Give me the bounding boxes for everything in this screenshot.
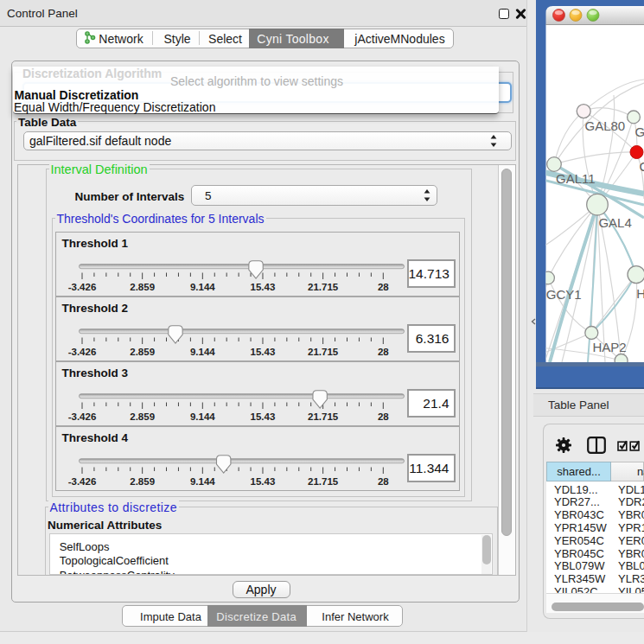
svg-text:9.144: 9.144 — [189, 476, 214, 487]
svg-text:-3.426: -3.426 — [67, 282, 96, 292]
svg-text:15.43: 15.43 — [250, 411, 275, 422]
svg-text:-3.426: -3.426 — [67, 411, 96, 422]
svg-text:GAL11: GAL11 — [556, 171, 596, 186]
svg-text:H: H — [636, 286, 644, 301]
svg-text:28: 28 — [377, 476, 388, 487]
svg-text:GCY1: GCY1 — [546, 287, 582, 302]
svg-text:21.715: 21.715 — [308, 411, 339, 422]
svg-text:-3.426: -3.426 — [67, 476, 96, 487]
svg-text:9.144: 9.144 — [189, 347, 214, 357]
svg-text:28: 28 — [377, 282, 388, 292]
svg-text:15.43: 15.43 — [250, 347, 275, 357]
svg-text:15.43: 15.43 — [250, 476, 275, 487]
svg-text:GAL4: GAL4 — [598, 215, 631, 230]
svg-text:2.859: 2.859 — [130, 347, 155, 357]
svg-text:21.715: 21.715 — [308, 476, 339, 487]
svg-text:2.859: 2.859 — [130, 411, 155, 422]
svg-text:HAP2: HAP2 — [593, 340, 627, 354]
svg-text:21.715: 21.715 — [308, 347, 339, 357]
svg-text:C: C — [640, 159, 644, 174]
svg-text:2.859: 2.859 — [130, 282, 155, 292]
svg-text:15.43: 15.43 — [250, 282, 275, 292]
svg-text:2.859: 2.859 — [130, 476, 155, 487]
svg-text:21.715: 21.715 — [308, 282, 339, 292]
svg-text:GAL80: GAL80 — [585, 118, 626, 133]
svg-text:9.144: 9.144 — [189, 411, 214, 422]
svg-text:9.144: 9.144 — [189, 282, 214, 292]
svg-text:GAL: GAL — [635, 124, 644, 139]
svg-text:28: 28 — [377, 347, 388, 357]
svg-text:28: 28 — [377, 411, 388, 422]
svg-text:-3.426: -3.426 — [67, 347, 96, 357]
